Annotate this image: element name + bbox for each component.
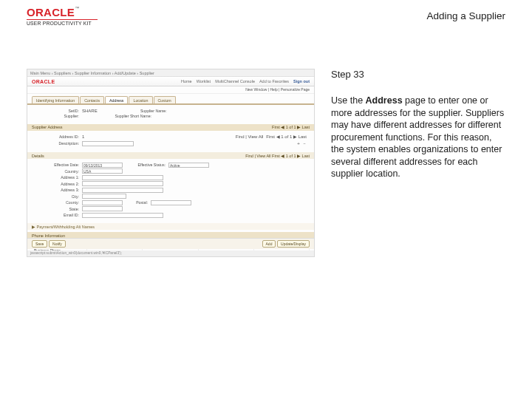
label-addressid: Address ID: bbox=[35, 134, 79, 139]
input-description[interactable] bbox=[82, 141, 134, 146]
tab-address[interactable]: Address bbox=[105, 96, 128, 103]
label-setid: SetID: bbox=[35, 109, 79, 113]
nav-signout[interactable]: Sign out bbox=[293, 79, 310, 83]
breadcrumb: Main Menu › Suppliers › Supplier Informa… bbox=[27, 69, 314, 77]
app-nav: Home Worklist MultiChannel Console Add t… bbox=[181, 79, 310, 83]
input-city[interactable] bbox=[82, 194, 126, 199]
instruction-post: page to enter one or more addresses for … bbox=[331, 95, 504, 179]
embedded-app-screenshot: Main Menu › Suppliers › Supplier Informa… bbox=[27, 69, 315, 257]
row-counter: First ◀ 1 of 1 ▶ Last bbox=[266, 134, 307, 139]
input-country[interactable]: USA bbox=[82, 168, 123, 174]
notify-button[interactable]: Notify bbox=[49, 240, 66, 248]
addremove-icons[interactable]: ＋ － bbox=[296, 140, 307, 147]
input-postal[interactable] bbox=[151, 200, 191, 205]
details-nav[interactable]: Find | View All First ◀ 1 of 1 ▶ Last bbox=[245, 154, 310, 158]
label-addr2: Address 2: bbox=[35, 182, 79, 186]
value-addressid: 1 bbox=[82, 134, 84, 139]
section-details: Details Find | View All First ◀ 1 of 1 ▶… bbox=[27, 152, 314, 159]
input-email[interactable] bbox=[82, 213, 163, 218]
label-shortname: Supplier Short Name: bbox=[85, 114, 151, 118]
update-button[interactable]: Update/Display bbox=[277, 240, 310, 248]
label-state: State: bbox=[35, 207, 79, 211]
tab-contacts[interactable]: Contacts bbox=[80, 96, 104, 103]
statusbar: javascript:submitAction_win0(document.wi… bbox=[27, 250, 314, 256]
input-county[interactable] bbox=[82, 200, 123, 205]
find-view[interactable]: Find | View All bbox=[236, 134, 263, 139]
brand-divider bbox=[27, 19, 98, 20]
trademark: ™ bbox=[75, 6, 79, 10]
input-addr2[interactable] bbox=[82, 181, 163, 186]
label-country: Country: bbox=[35, 169, 79, 174]
label-description: Description: bbox=[35, 141, 79, 146]
section-title: Supplier Address bbox=[32, 125, 63, 129]
label-city: City: bbox=[35, 194, 79, 199]
input-addr3[interactable] bbox=[82, 188, 163, 193]
instruction-pre: Use the bbox=[331, 95, 366, 106]
label-addr1: Address 1: bbox=[35, 175, 79, 180]
nav-mcm[interactable]: MultiChannel Console bbox=[215, 79, 255, 83]
input-state[interactable] bbox=[82, 206, 123, 211]
nav-worklist[interactable]: Worklist bbox=[197, 79, 211, 83]
tab-identifying[interactable]: Identifying Information bbox=[32, 96, 79, 103]
instruction-bold: Address bbox=[366, 95, 403, 106]
page-title: Adding a Supplier bbox=[426, 10, 505, 21]
label-suppliername: Supplier Name: bbox=[100, 109, 167, 113]
tabs: Identifying Information Contacts Address… bbox=[27, 94, 314, 105]
label-county: County: bbox=[35, 200, 79, 205]
section-nav[interactable]: First ◀ 1 of 1 ▶ Last bbox=[272, 125, 310, 129]
label-email: Email ID: bbox=[35, 213, 79, 217]
section-supplier-address: Supplier Address First ◀ 1 of 1 ▶ Last bbox=[27, 124, 314, 131]
step-heading: Step 33 bbox=[331, 69, 505, 80]
label-effdate: Effective Date: bbox=[35, 163, 79, 167]
save-button[interactable]: Save bbox=[32, 240, 47, 248]
label-status: Effective Status: bbox=[126, 163, 166, 167]
app-logo: ORACLE bbox=[32, 79, 55, 84]
tab-location[interactable]: Location bbox=[129, 96, 152, 103]
add-button[interactable]: Add bbox=[262, 240, 276, 248]
brand-logo: ORACLE bbox=[27, 6, 75, 18]
user-links: New Window | Help | Personalize Page bbox=[27, 86, 314, 94]
nav-addfav[interactable]: Add to Favorites bbox=[259, 79, 289, 83]
label-addr3: Address 3: bbox=[35, 188, 79, 192]
input-addr1[interactable] bbox=[82, 175, 163, 180]
select-status[interactable]: Active bbox=[168, 163, 209, 168]
override-title: Payment/Withholding Alt Names bbox=[37, 225, 95, 229]
label-postal: Postal: bbox=[126, 200, 148, 205]
bottom-toolbar: Save Notify Add Update/Display bbox=[27, 238, 314, 249]
brand-block: ORACLE™ USER PRODUCTIVITY KIT bbox=[27, 6, 98, 26]
input-effdate[interactable]: 09/13/2013 bbox=[82, 163, 123, 168]
section-override[interactable]: ▶ Payment/Withholding Alt Names bbox=[27, 223, 314, 230]
tab-custom[interactable]: Custom bbox=[154, 96, 176, 103]
nav-home[interactable]: Home bbox=[181, 79, 192, 83]
value-setid: SHARE bbox=[82, 109, 98, 113]
instruction-text: Use the Address page to enter one or mor… bbox=[331, 95, 505, 180]
label-supplier: Supplier: bbox=[35, 114, 79, 118]
instruction-panel: Step 33 Use the Address page to enter on… bbox=[331, 69, 505, 257]
brand-subtitle: USER PRODUCTIVITY KIT bbox=[27, 21, 98, 26]
